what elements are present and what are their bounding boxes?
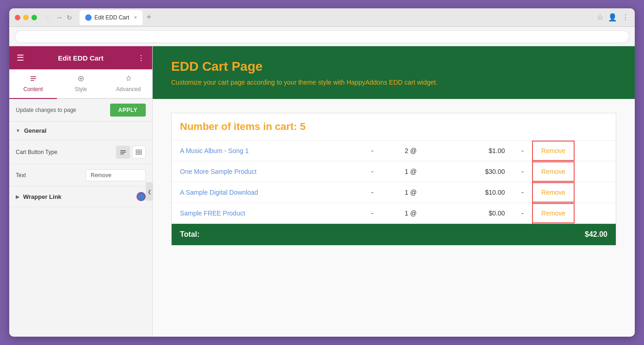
content-tab-label: Content xyxy=(23,86,43,92)
product-name: A Sample Digital Download xyxy=(172,182,363,203)
remove-button[interactable]: Remove xyxy=(532,203,575,223)
svg-point-0 xyxy=(87,16,90,19)
total-value: $42.00 xyxy=(585,230,607,239)
wrapper-link-label: ▶ Wrapper Link xyxy=(16,193,62,200)
forward-button[interactable]: → xyxy=(56,13,63,22)
tab-advanced[interactable]: Advanced xyxy=(105,69,152,99)
traffic-lights xyxy=(15,15,37,20)
product-link[interactable]: A Sample Digital Download xyxy=(180,189,258,196)
remove-button[interactable]: Remove xyxy=(532,182,575,203)
sidebar-title: Edit EDD Cart xyxy=(58,54,103,62)
general-arrow-icon: ▼ xyxy=(16,128,20,133)
qty-cell: 1 @ xyxy=(382,182,440,203)
remove-cell: Remove xyxy=(533,161,616,182)
hamburger-icon[interactable]: ☰ xyxy=(17,53,24,63)
price-cell: $10.00 xyxy=(440,182,513,203)
sidebar-collapse-handle[interactable]: ❮ xyxy=(146,182,153,201)
qty-cell: 1 @ xyxy=(382,203,440,224)
general-section-header[interactable]: ▼ General xyxy=(9,122,152,140)
svg-point-5 xyxy=(80,78,82,80)
sidebar-header: ☰ Edit EDD Cart ⋮ xyxy=(9,46,152,69)
update-label: Update changes to page xyxy=(16,107,76,113)
sidebar-wrapper: ☰ Edit EDD Cart ⋮ Cont xyxy=(9,46,153,337)
close-window-button[interactable] xyxy=(15,15,20,20)
maximize-window-button[interactable] xyxy=(31,15,37,20)
svg-rect-7 xyxy=(120,152,126,153)
qty-cell: 1 @ xyxy=(382,161,440,182)
remove-cell: Remove xyxy=(533,182,616,203)
remove-cell: Remove xyxy=(533,203,616,224)
dash-cell: - xyxy=(363,161,382,182)
product-name: One More Sample Product xyxy=(172,161,363,182)
remove-button[interactable]: Remove xyxy=(532,161,575,182)
active-tab[interactable]: Edit EDD Cart × xyxy=(80,10,142,25)
wrapper-link-arrow-icon[interactable]: ▶ xyxy=(16,194,19,199)
svg-rect-6 xyxy=(120,150,126,151)
text-field-row: Text xyxy=(9,165,152,186)
icon-type-button[interactable] xyxy=(132,146,146,159)
cart-row: A Music Album - Song 1 - 2 @ $1.00 - Rem… xyxy=(172,141,616,161)
cart-count: Number of items in cart: 5 xyxy=(172,113,616,141)
price-cell: $30.00 xyxy=(440,161,513,182)
cart-widget: Number of items in cart: 5 A Music Album… xyxy=(171,113,616,246)
tab-favicon xyxy=(85,14,92,21)
wrapper-link-text: Wrapper Link xyxy=(23,193,62,200)
grid-icon[interactable]: ⋮ xyxy=(137,54,145,62)
apply-button[interactable]: APPLY xyxy=(110,104,146,117)
tab-style[interactable]: Style xyxy=(57,69,105,99)
remove-button[interactable]: Remove xyxy=(532,141,575,161)
style-tab-icon xyxy=(77,75,85,84)
svg-rect-1 xyxy=(31,76,36,77)
text-field-label: Text xyxy=(16,172,26,179)
dash-cell-2: - xyxy=(513,182,533,203)
svg-rect-9 xyxy=(136,150,138,152)
price-cell: $1.00 xyxy=(440,141,513,161)
product-link[interactable]: Sample FREE Product xyxy=(180,209,245,217)
cart-button-type-controls xyxy=(116,146,146,159)
svg-rect-3 xyxy=(31,80,34,81)
general-label: General xyxy=(24,127,46,134)
svg-rect-8 xyxy=(120,154,124,154)
refresh-button[interactable]: ↻ xyxy=(67,14,72,21)
tab-content[interactable]: Content xyxy=(9,69,57,99)
new-tab-button[interactable]: + xyxy=(146,12,151,22)
cart-row: A Sample Digital Download - 1 @ $10.00 -… xyxy=(172,182,616,203)
browser-content: ☰ Edit EDD Cart ⋮ Cont xyxy=(9,46,635,337)
user-icon[interactable]: 👤 xyxy=(608,13,617,22)
cart-button-type-row: Cart Button Type xyxy=(9,140,152,165)
tab-bar: Edit EDD Cart × + xyxy=(80,10,589,25)
dash-cell: - xyxy=(363,203,382,224)
minimize-window-button[interactable] xyxy=(23,15,29,20)
menu-icon[interactable]: ⋮ xyxy=(622,13,629,22)
text-input[interactable] xyxy=(86,169,146,181)
cart-count-value: 5 xyxy=(300,121,305,132)
cart-button-type-label: Cart Button Type xyxy=(16,149,57,155)
content-tab-icon xyxy=(30,75,37,84)
advanced-tab-label: Advanced xyxy=(116,86,141,92)
back-button[interactable]: ← xyxy=(44,13,52,22)
page-banner: EDD Cart Page Customize your cart page a… xyxy=(153,46,635,99)
product-link[interactable]: A Music Album - Song 1 xyxy=(180,147,249,154)
wrapper-link-icon: 🌐 xyxy=(136,192,146,201)
style-tab-label: Style xyxy=(74,86,87,92)
total-label: Total: xyxy=(180,230,199,239)
tab-close-button[interactable]: × xyxy=(134,14,137,21)
address-bar[interactable] xyxy=(15,30,629,43)
advanced-tab-icon xyxy=(125,75,132,84)
dash-cell-2: - xyxy=(513,161,533,182)
svg-rect-12 xyxy=(139,153,142,154)
cart-row: One More Sample Product - 1 @ $30.00 - R… xyxy=(172,161,616,182)
dash-cell: - xyxy=(363,141,382,161)
dash-cell-2: - xyxy=(513,203,533,224)
page-banner-desc: Customize your cart page according to yo… xyxy=(171,79,616,86)
main-content: EDD Cart Page Customize your cart page a… xyxy=(153,46,635,337)
dash-cell-2: - xyxy=(513,141,533,161)
wrapper-link-row: ▶ Wrapper Link 🌐 xyxy=(9,186,152,207)
address-bar-row xyxy=(9,27,635,46)
page-banner-title: EDD Cart Page xyxy=(171,59,616,74)
dash-cell: - xyxy=(363,182,382,203)
browser-window: ← → ↻ Edit EDD Cart × + ☆ 👤 ⋮ xyxy=(9,8,635,337)
text-type-button[interactable] xyxy=(116,146,130,159)
product-link[interactable]: One More Sample Product xyxy=(180,168,257,175)
bookmark-icon[interactable]: ☆ xyxy=(597,13,603,22)
